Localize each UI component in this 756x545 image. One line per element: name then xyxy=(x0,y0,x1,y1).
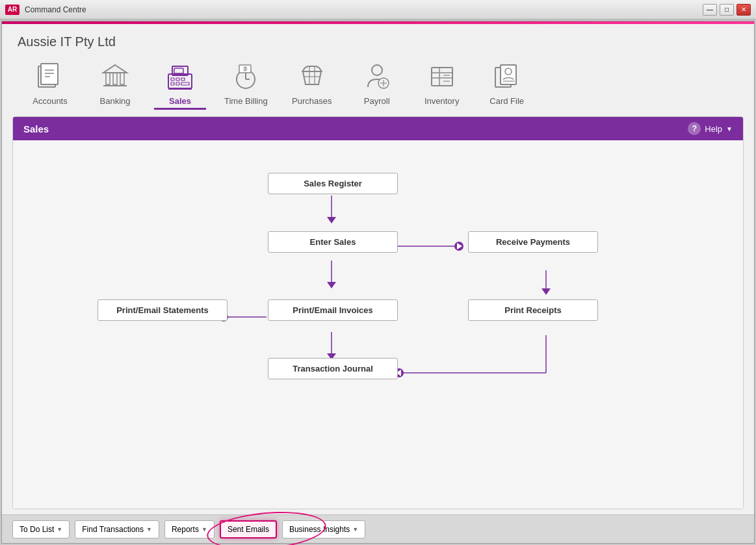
app-logo: AR xyxy=(5,5,20,15)
banking-label: Banking xyxy=(100,96,131,106)
find-transactions-button[interactable]: Find Transactions ▼ xyxy=(75,520,159,539)
business-insights-label: Business Insights xyxy=(289,525,350,534)
reports-arrow: ▼ xyxy=(202,526,207,533)
sent-emails-wrapper: Sent Emails xyxy=(220,520,277,539)
svg-rect-17 xyxy=(176,82,179,85)
svg-point-47 xyxy=(454,242,463,251)
sent-emails-label: Sent Emails xyxy=(228,525,269,534)
nav-item-banking[interactable]: Banking xyxy=(83,55,148,110)
panel-title: Sales xyxy=(23,123,49,134)
svg-marker-5 xyxy=(103,65,127,73)
sales-register-node[interactable]: Sales Register xyxy=(268,173,398,194)
window-title: Command Centre xyxy=(25,5,703,14)
print-receipts-node[interactable]: Print Receipts xyxy=(468,299,598,321)
nav-item-cardfile[interactable]: Card File xyxy=(475,55,540,110)
nav-item-payroll[interactable]: Payroll xyxy=(345,55,410,110)
flow-connectors xyxy=(13,140,743,509)
svg-marker-48 xyxy=(457,243,462,249)
accounts-label: Accounts xyxy=(33,96,67,106)
sent-emails-button[interactable]: Sent Emails xyxy=(220,520,277,539)
accounts-icon xyxy=(33,60,67,94)
maximize-button[interactable]: □ xyxy=(720,4,734,16)
find-transactions-arrow: ▼ xyxy=(146,526,152,533)
svg-point-28 xyxy=(372,65,382,75)
todo-button[interactable]: To Do List ▼ xyxy=(12,520,70,539)
print-email-invoices-node[interactable]: Print/Email Invoices xyxy=(268,299,398,321)
todo-arrow: ▼ xyxy=(57,526,62,533)
svg-marker-50 xyxy=(541,288,551,295)
svg-rect-1 xyxy=(41,64,58,84)
svg-rect-6 xyxy=(106,73,110,84)
svg-rect-16 xyxy=(171,82,174,85)
timebilling-label: Time Billing xyxy=(224,96,268,106)
svg-rect-8 xyxy=(120,73,124,84)
nav-item-accounts[interactable]: Accounts xyxy=(18,55,83,110)
nav-bar: Accounts Banking xyxy=(2,55,754,110)
banking-icon xyxy=(98,60,132,94)
nav-item-inventory[interactable]: Inventory xyxy=(410,55,475,110)
business-insights-arrow: ▼ xyxy=(352,526,358,533)
timebilling-icon xyxy=(229,60,263,94)
payroll-label: Payroll xyxy=(364,96,390,106)
purchases-icon xyxy=(295,60,329,94)
transaction-journal-node[interactable]: Transaction Journal xyxy=(268,358,398,379)
flow-area: Sales Register Enter Sales Receive Payme… xyxy=(13,140,743,509)
svg-rect-7 xyxy=(113,73,117,84)
panel-header: Sales ? Help ▼ xyxy=(13,117,743,140)
minimize-button[interactable]: — xyxy=(703,4,717,16)
enter-sales-node[interactable]: Enter Sales xyxy=(268,231,398,253)
titlebar: AR Command Centre — □ ✕ xyxy=(0,0,756,19)
todo-label: To Do List xyxy=(20,525,54,534)
help-button[interactable]: ? Help ▼ xyxy=(688,122,733,135)
window-controls: — □ ✕ xyxy=(703,4,751,16)
svg-rect-18 xyxy=(181,82,189,85)
nav-item-timebilling[interactable]: Time Billing xyxy=(213,55,280,110)
svg-rect-14 xyxy=(176,78,179,81)
sales-icon xyxy=(163,60,197,94)
svg-rect-32 xyxy=(432,68,452,86)
sales-label: Sales xyxy=(169,96,191,106)
inventory-icon xyxy=(425,60,459,94)
company-header: Aussie IT Pty Ltd xyxy=(2,24,754,55)
cardfile-icon xyxy=(490,60,524,94)
receive-payments-node[interactable]: Receive Payments xyxy=(468,231,598,253)
payroll-icon xyxy=(360,60,394,94)
help-label: Help xyxy=(705,124,722,134)
svg-marker-45 xyxy=(327,282,336,288)
reports-label: Reports xyxy=(172,525,199,534)
business-insights-button[interactable]: Business Insights ▼ xyxy=(282,520,365,539)
svg-rect-15 xyxy=(181,78,185,81)
bottom-bar: To Do List ▼ Find Transactions ▼ Reports… xyxy=(2,514,754,543)
content-panel: Sales ? Help ▼ xyxy=(12,116,744,509)
svg-rect-10 xyxy=(168,74,192,88)
find-transactions-label: Find Transactions xyxy=(82,525,144,534)
cardfile-label: Card File xyxy=(489,96,524,106)
svg-rect-12 xyxy=(174,68,183,73)
help-icon: ? xyxy=(688,122,701,135)
help-dropdown-arrow: ▼ xyxy=(726,125,733,133)
nav-item-sales[interactable]: Sales xyxy=(148,55,213,110)
svg-rect-13 xyxy=(171,78,174,81)
company-name: Aussie IT Pty Ltd xyxy=(18,34,116,49)
svg-marker-43 xyxy=(327,217,336,223)
print-email-statements-node[interactable]: Print/Email Statements xyxy=(98,299,228,321)
nav-item-purchases[interactable]: Purchases xyxy=(280,55,345,110)
purchases-label: Purchases xyxy=(292,96,332,106)
main-window: Aussie IT Pty Ltd Accounts xyxy=(1,21,755,544)
reports-button[interactable]: Reports ▼ xyxy=(164,520,215,539)
inventory-label: Inventory xyxy=(424,96,459,106)
close-button[interactable]: ✕ xyxy=(736,4,751,16)
